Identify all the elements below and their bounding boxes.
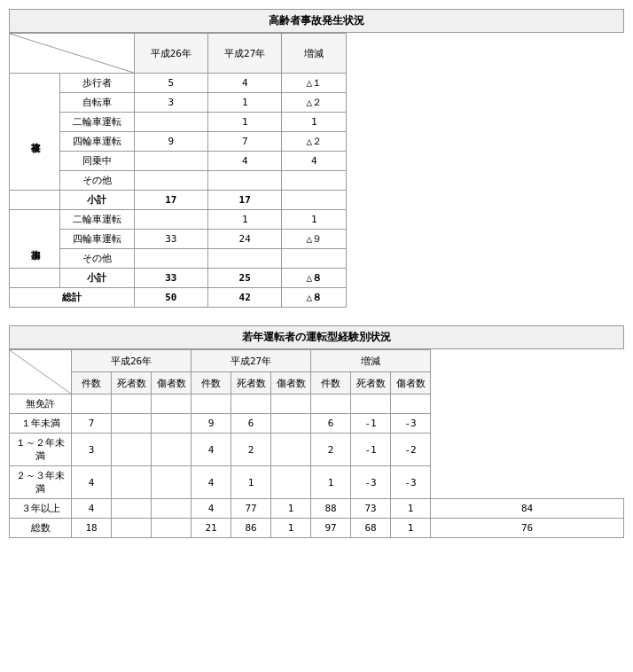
- svg-line-1: [10, 350, 71, 394]
- row-h26: [134, 210, 207, 230]
- empty: [568, 191, 624, 210]
- cell: [72, 395, 112, 414]
- cell: 4: [191, 466, 231, 499]
- subtotal2-h27: 25: [208, 269, 282, 288]
- table2-sub-header-row: 件数 死者数 傷者数 件数 死者数 傷者数 件数 死者数 傷者数: [10, 372, 624, 395]
- cell: 84: [431, 499, 624, 519]
- empty: [402, 152, 457, 171]
- empty: [512, 249, 568, 269]
- empty: [347, 132, 402, 152]
- row-change: 1: [282, 113, 347, 132]
- row-label: １年未満: [10, 414, 72, 434]
- cell: 1: [311, 466, 351, 499]
- table-row: 四輪車運転 9 7 △２: [10, 132, 624, 152]
- row-h27: 7: [208, 132, 282, 152]
- total-change: △８: [282, 288, 347, 308]
- subtotal-label: 小計: [60, 191, 134, 210]
- cell: -3: [391, 414, 431, 434]
- empty: [402, 269, 457, 288]
- cell: 18: [72, 519, 112, 538]
- table2-wrapper: 若年運転者の運転型経験別状況 平成26年 平成27年 増: [9, 325, 624, 538]
- total-h26: 50: [134, 288, 207, 308]
- empty: [512, 113, 568, 132]
- table1-header-change: 増減: [282, 34, 347, 74]
- subtotal2-h26: 33: [134, 269, 207, 288]
- empty-cell-3: [457, 34, 513, 74]
- total-h27: 42: [208, 288, 282, 308]
- row-h26: 9: [134, 132, 207, 152]
- cell: 3: [72, 434, 112, 466]
- row-change: [282, 249, 347, 269]
- table-row: 二輪車運転 1 1: [10, 113, 624, 132]
- table-row: 同乗中 4 4: [10, 152, 624, 171]
- total-label: 総計: [10, 288, 135, 308]
- empty: [347, 269, 402, 288]
- empty: [512, 269, 568, 288]
- row-h27: 4: [208, 152, 282, 171]
- table-row: ２～３年未満 4 4 1 1 -3 -3: [10, 466, 624, 499]
- empty: [347, 171, 402, 191]
- sub-chg-injuries: 傷者数: [391, 372, 431, 395]
- empty: [402, 171, 457, 191]
- cell: -2: [391, 434, 431, 466]
- row-label: その他: [60, 171, 134, 191]
- empty: [568, 230, 624, 249]
- cell: 9: [191, 414, 231, 434]
- section-gap: [9, 312, 624, 325]
- cell: [231, 395, 271, 414]
- row-h26: 3: [134, 93, 207, 113]
- subtotal-change: [282, 191, 347, 210]
- cell: 4: [72, 499, 112, 519]
- empty: [457, 152, 513, 171]
- row-change: △２: [282, 93, 347, 113]
- empty: [347, 74, 402, 93]
- empty: [457, 132, 513, 152]
- cell: [112, 434, 152, 466]
- empty: [568, 152, 624, 171]
- cell: 7: [72, 414, 112, 434]
- empty: [402, 93, 457, 113]
- cell: [152, 434, 191, 466]
- empty: [402, 288, 457, 308]
- cell: [311, 395, 351, 414]
- cell: 4: [191, 499, 231, 519]
- table-row: １～２年未満 3 4 2 2 -1 -2: [10, 434, 624, 466]
- empty: [347, 249, 402, 269]
- row-label: 歩行者: [60, 74, 134, 93]
- row-h27: [208, 249, 282, 269]
- row-h27: 1: [208, 113, 282, 132]
- empty: [402, 74, 457, 93]
- subtotal2-label: 小計: [60, 269, 134, 288]
- empty: [347, 288, 402, 308]
- row-h27: 1: [208, 210, 282, 230]
- empty: [457, 249, 513, 269]
- row-h26: [134, 171, 207, 191]
- table-row: 自転車 3 1 △２: [10, 93, 624, 113]
- table1-diagonal-header: [10, 34, 135, 74]
- cell: 86: [231, 519, 271, 538]
- empty: [402, 132, 457, 152]
- empty: [568, 113, 624, 132]
- table1-header-row: 平成26年 平成27年 増減: [10, 34, 624, 74]
- row-h26: [134, 249, 207, 269]
- sub-h27-cases: 件数: [191, 372, 231, 395]
- empty: [402, 113, 457, 132]
- cell: 2: [311, 434, 351, 466]
- empty: [347, 93, 402, 113]
- empty: [402, 191, 457, 210]
- table-row: その他: [10, 249, 624, 269]
- subtotal-h26: 17: [134, 191, 207, 210]
- row-h27: 1: [208, 93, 282, 113]
- table-row: １年未満 7 9 6 6 -1 -3: [10, 414, 624, 434]
- cell: 6: [231, 414, 271, 434]
- row-h26: 33: [134, 230, 207, 249]
- empty: [457, 171, 513, 191]
- table-row: その他: [10, 171, 624, 191]
- sub-h26-injuries: 傷者数: [152, 372, 191, 395]
- subtotal-h27: 17: [208, 191, 282, 210]
- row-label: １～２年未満: [10, 434, 72, 466]
- empty: [512, 230, 568, 249]
- cell: 68: [351, 519, 391, 538]
- cell: [351, 395, 391, 414]
- row-label: その他: [60, 249, 134, 269]
